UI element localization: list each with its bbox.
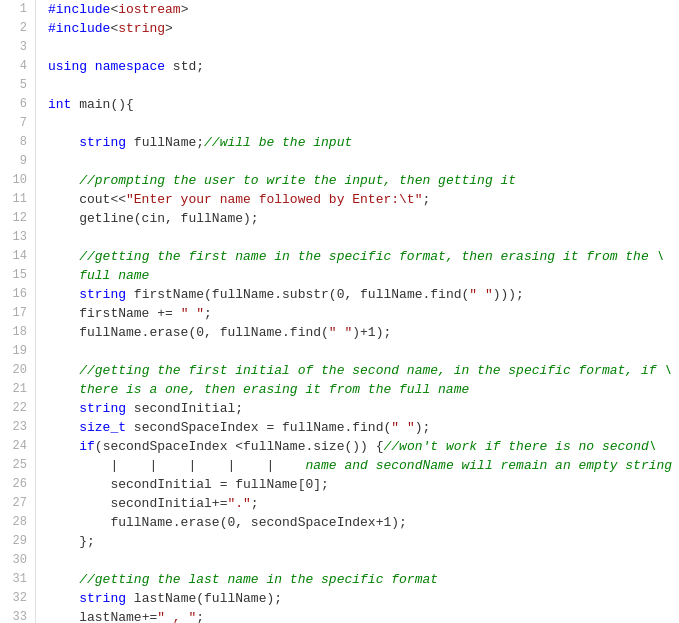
line-number: 6 [8,95,27,114]
plain-token: fullName.erase(0, secondSpaceIndex+1); [48,515,407,530]
string-token: " " [329,325,352,340]
code-line: }; [48,532,679,551]
plain-token: > [181,2,189,17]
code-line: secondInitial+="."; [48,494,679,513]
comment-token: //getting the first initial of the secon… [79,363,672,378]
line-number: 20 [8,361,27,380]
directive-token: #include [48,21,110,36]
kw-token: using [48,59,87,74]
comment-token: //will be the input [204,135,352,150]
kw-token: namespace [95,59,165,74]
line-number: 7 [8,114,27,133]
line-numbers: 1234567891011121314151617181920212223242… [0,0,36,623]
string-token: " , " [157,610,196,623]
code-content[interactable]: #include<iostream>#include<string> using… [36,0,679,623]
plain-token [48,572,79,587]
plain-token: lastName [48,610,142,623]
comment-token: //won't work if there is no second\ [383,439,656,454]
kw-token: string [79,135,126,150]
directive-token: #include [48,2,110,17]
code-line: string firstName(fullName.substr(0, full… [48,285,679,304]
line-number: 10 [8,171,27,190]
plain-token: firstName [48,306,157,321]
plain-token [48,287,79,302]
line-number: 14 [8,247,27,266]
code-line [48,76,679,95]
comment-token: //prompting the user to write the input,… [79,173,516,188]
code-line: getline(cin, fullName); [48,209,679,228]
plain-token: std; [165,59,204,74]
include-str-token: iostream [118,2,180,17]
comment-token: full name [48,268,149,283]
plain-token: secondInitial = fullName[0]; [48,477,329,492]
plain-token [48,249,79,264]
line-number: 11 [8,190,27,209]
line-number: 12 [8,209,27,228]
line-number: 16 [8,285,27,304]
line-number: 33 [8,608,27,623]
plain-token: main(){ [71,97,133,112]
line-number: 1 [8,0,27,19]
comment-token: there is a one, then erasing it from the… [48,382,469,397]
code-line: using namespace std; [48,57,679,76]
code-line [48,228,679,247]
plain-token: > [165,21,173,36]
kw-token: string [79,591,126,606]
plain-token: ; [196,610,204,623]
line-number: 9 [8,152,27,171]
plain-token: ; [422,192,430,207]
plain-token [48,363,79,378]
plain-token: lastName(fullName); [126,591,282,606]
kw-token: int [48,97,71,112]
op-token: += [142,610,158,623]
plain-token: )+1); [352,325,391,340]
plain-token [48,439,79,454]
plain-token: (secondSpaceIndex <fullName.size()) { [95,439,384,454]
plain-token: firstName(fullName.substr(0, fullName.fi… [126,287,469,302]
plain-token: fullName.erase(0, fullName.find( [48,325,329,340]
plain-token: ; [204,306,212,321]
code-line: int main(){ [48,95,679,114]
string-token: " " [469,287,492,302]
plain-token [48,173,79,188]
comment-token: //getting the first name in the specific… [79,249,664,264]
plain-token: ); [415,420,431,435]
line-number: 27 [8,494,27,513]
string-token: "Enter your name followed by Enter:\t" [126,192,422,207]
plain-token [48,420,79,435]
plain-token: ; [251,496,259,511]
line-number: 29 [8,532,27,551]
code-line: secondInitial = fullName[0]; [48,475,679,494]
plain-token: secondInitial; [126,401,243,416]
code-line: //getting the first initial of the secon… [48,361,679,380]
code-line: #include<iostream> [48,0,679,19]
plain-token: getline(cin, fullName); [48,211,259,226]
code-line: lastName+=" , "; [48,608,679,623]
comment-token: //getting the last name in the specific … [79,572,438,587]
string-token: " " [181,306,204,321]
line-number: 26 [8,475,27,494]
code-line: string lastName(fullName); [48,589,679,608]
line-number: 22 [8,399,27,418]
code-line: fullName.erase(0, fullName.find(" ")+1); [48,323,679,342]
plain-token [48,401,79,416]
code-line: //getting the last name in the specific … [48,570,679,589]
code-line [48,114,679,133]
plain-token: | | | | | [48,458,274,473]
code-line: | | | | | name and secondName will remai… [48,456,679,475]
kw-token: if [79,439,95,454]
line-number: 8 [8,133,27,152]
line-number: 24 [8,437,27,456]
code-line: if(secondSpaceIndex <fullName.size()) {/… [48,437,679,456]
plain-token: cout<< [48,192,126,207]
code-line: //getting the first name in the specific… [48,247,679,266]
code-line [48,152,679,171]
code-line: string fullName;//will be the input [48,133,679,152]
line-number: 30 [8,551,27,570]
line-number: 32 [8,589,27,608]
code-line: fullName.erase(0, secondSpaceIndex+1); [48,513,679,532]
plain-token: secondInitial [48,496,212,511]
line-number: 28 [8,513,27,532]
kw-token: string [79,287,126,302]
line-number: 23 [8,418,27,437]
